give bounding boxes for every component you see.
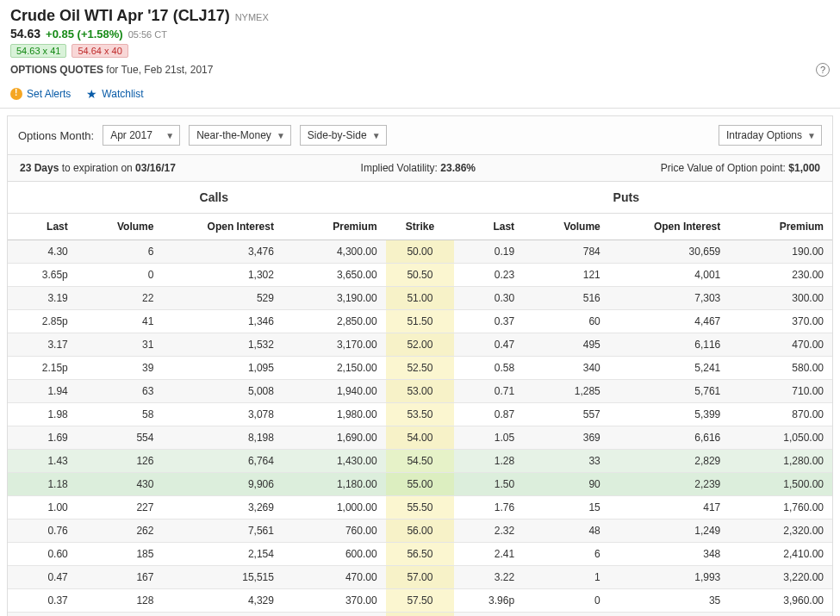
cell-put-oi: 521: [609, 613, 730, 617]
cell-call-premium: 2,150.00: [283, 357, 386, 380]
table-row[interactable]: 0.371284,329370.0057.503.96p0353,960.00: [8, 589, 832, 613]
cell-put-last: 3.96p: [454, 589, 523, 613]
cell-put-volume: 340: [523, 357, 609, 380]
cell-put-premium: 2,320.00: [729, 520, 832, 543]
moneyness-select[interactable]: Near-the-Money ▼: [189, 125, 291, 146]
cell-put-oi: 30,659: [609, 240, 730, 264]
table-row[interactable]: 2.15p391,0952,150.0052.500.583405,241580…: [8, 357, 832, 380]
cell-call-premium: 1,940.00: [283, 380, 386, 403]
cell-strike: 52.00: [386, 333, 455, 357]
cell-put-premium: 370.00: [729, 310, 832, 333]
cell-put-oi: 5,399: [609, 403, 730, 426]
cell-call-last: 3.19: [8, 287, 77, 310]
cell-call-volume: 22: [77, 287, 163, 310]
col-call-premium[interactable]: Premium: [283, 214, 386, 240]
table-row[interactable]: 1.98583,0781,980.0053.500.875575,399870.…: [8, 403, 832, 426]
col-strike[interactable]: Strike: [386, 214, 455, 240]
cell-call-oi: 5,008: [162, 380, 283, 403]
group-header: Calls Puts: [8, 182, 832, 214]
cell-put-oi: 2,829: [609, 450, 730, 473]
table-row[interactable]: 1.002273,2691,000.0055.501.76154171,760.…: [8, 496, 832, 520]
cell-call-last: 2.85p: [8, 310, 77, 333]
cell-put-premium: 1,050.00: [729, 426, 832, 450]
view-select[interactable]: Intraday Options ▼: [719, 125, 822, 146]
cell-put-premium: 1,500.00: [729, 473, 832, 496]
col-put-volume[interactable]: Volume: [523, 214, 609, 240]
cell-call-premium: 370.00: [283, 589, 386, 613]
cell-call-oi: 3,078: [162, 403, 283, 426]
cell-call-premium: 1,690.00: [283, 426, 386, 450]
cell-put-premium: 190.00: [729, 240, 832, 264]
cell-call-last: 3.17: [8, 333, 77, 357]
cell-strike: 57.50: [386, 589, 455, 613]
table-row[interactable]: 4.3063,4764,300.0050.000.1978430,659190.…: [8, 240, 832, 264]
col-call-oi[interactable]: Open Interest: [162, 214, 283, 240]
cell-strike: 55.50: [386, 496, 455, 520]
cell-put-oi: 417: [609, 496, 730, 520]
cell-put-last: 3.22: [454, 566, 523, 589]
cell-call-last: 3.65p: [8, 264, 77, 287]
col-put-premium[interactable]: Premium: [729, 214, 832, 240]
table-row[interactable]: 1.695548,1981,690.0054.001.053696,6161,0…: [8, 426, 832, 450]
table-row[interactable]: 3.19225293,190.0051.000.305167,303300.00: [8, 287, 832, 310]
cell-put-volume: 60: [523, 310, 609, 333]
month-select[interactable]: Apr 2017 ▼: [103, 125, 180, 146]
cell-put-oi: 4,467: [609, 310, 730, 333]
cell-call-premium: 3,190.00: [283, 287, 386, 310]
col-put-oi[interactable]: Open Interest: [609, 214, 730, 240]
set-alerts-link[interactable]: Set Alerts: [10, 87, 71, 101]
col-put-last[interactable]: Last: [454, 214, 523, 240]
cell-put-last: 0.71: [454, 380, 523, 403]
cell-call-last: 1.43: [8, 450, 77, 473]
cell-put-volume: 121: [523, 264, 609, 287]
table-row[interactable]: 3.65p01,3023,650.0050.500.231214,001230.…: [8, 264, 832, 287]
cell-put-oi: 1,249: [609, 520, 730, 543]
instrument-title: Crude Oil WTI Apr '17 (CLJ17): [10, 7, 230, 25]
col-call-last[interactable]: Last: [8, 214, 77, 240]
table-row[interactable]: 0.4716715,515470.0057.003.2211,9933,220.…: [8, 566, 832, 589]
calls-header: Calls: [8, 182, 420, 213]
options-month-label: Options Month:: [18, 129, 94, 142]
bid-quote: 54.63 x 41: [10, 44, 66, 58]
cell-call-oi: 15,515: [162, 566, 283, 589]
alert-icon: [10, 88, 22, 100]
subtitle-strong: OPTIONS QUOTES: [10, 64, 103, 76]
table-row[interactable]: 0.271449,846270.0058.003.4625213,460.00: [8, 613, 832, 617]
watchlist-link[interactable]: ★ Watchlist: [86, 87, 143, 101]
cell-put-premium: 230.00: [729, 264, 832, 287]
table-row[interactable]: 1.184309,9061,180.0055.001.50902,2391,50…: [8, 473, 832, 496]
cell-strike: 56.00: [386, 520, 455, 543]
cell-put-last: 1.28: [454, 450, 523, 473]
cell-put-oi: 4,001: [609, 264, 730, 287]
cell-call-volume: 58: [77, 403, 163, 426]
layout-select[interactable]: Side-by-Side ▼: [300, 125, 387, 146]
cell-call-last: 1.18: [8, 473, 77, 496]
cell-strike: 57.00: [386, 566, 455, 589]
iv-info: Implied Volatility: 23.86%: [361, 162, 476, 174]
cell-put-oi: 35: [609, 589, 730, 613]
cell-put-volume: 90: [523, 473, 609, 496]
table-row[interactable]: 3.17311,5323,170.0052.000.474956,116470.…: [8, 333, 832, 357]
cell-put-volume: 516: [523, 287, 609, 310]
cell-call-volume: 39: [77, 357, 163, 380]
table-row[interactable]: 0.601852,154600.0056.502.4163482,410.00: [8, 543, 832, 566]
cell-put-last: 1.76: [454, 496, 523, 520]
layout-select-value: Side-by-Side: [308, 129, 367, 141]
col-call-volume[interactable]: Volume: [77, 214, 163, 240]
options-table-wrap: Calls Puts Last Volume Open Interest Pre…: [7, 182, 833, 616]
cell-call-oi: 1,095: [162, 357, 283, 380]
help-icon[interactable]: ?: [816, 63, 830, 77]
days-count: 23 Days: [20, 162, 59, 174]
cell-strike: 58.00: [386, 613, 455, 617]
table-row[interactable]: 0.762627,561760.0056.002.32481,2492,320.…: [8, 520, 832, 543]
cell-call-last: 1.98: [8, 403, 77, 426]
cell-call-last: 0.76: [8, 520, 77, 543]
cell-call-volume: 128: [77, 589, 163, 613]
table-row[interactable]: 2.85p411,3462,850.0051.500.37604,467370.…: [8, 310, 832, 333]
cell-call-oi: 1,532: [162, 333, 283, 357]
exchange-label: NYMEX: [235, 12, 269, 22]
cell-strike: 50.00: [386, 240, 455, 264]
table-row[interactable]: 1.94635,0081,940.0053.000.711,2855,76171…: [8, 380, 832, 403]
table-row[interactable]: 1.431266,7641,430.0054.501.28332,8291,28…: [8, 450, 832, 473]
ask-quote: 54.64 x 40: [72, 44, 128, 58]
